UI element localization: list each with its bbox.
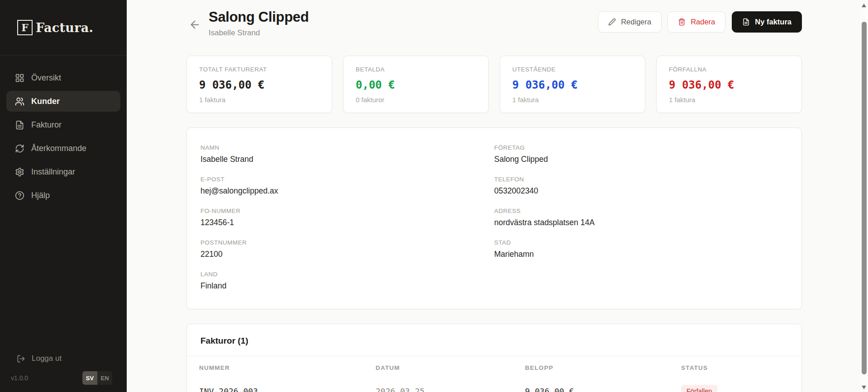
field-epost: E-POST hej@salongclipped.ax [200, 176, 494, 196]
stat-value: 9 036,00 € [669, 79, 789, 91]
logo-f-icon: F [17, 20, 33, 35]
field-label: NAMN [200, 144, 494, 151]
column-header-belopp: BELOPP [525, 364, 681, 371]
field-value: Finland [200, 281, 494, 291]
sidebar-item-oversikt[interactable]: Översikt [6, 67, 120, 88]
invoice-table-row[interactable]: INV-2026-003 2026-03-25 9 036,00 € Förfa… [187, 371, 801, 392]
delete-button-label: Radera [691, 18, 715, 26]
field-value: 123456-1 [200, 218, 494, 227]
stat-label: BETALDA [356, 66, 476, 73]
page-header: Salong Clipped Isabelle Strand Redigera … [186, 9, 802, 38]
sidebar-item-hjalp[interactable]: Hjälp [6, 185, 120, 206]
sidebar-item-label: Kunder [31, 97, 60, 106]
invoices-card: Fakturor (1) NUMMER DATUM BELOPP STATUS … [186, 324, 802, 392]
field-value: nordvästra stadsplatsen 14A [494, 218, 788, 227]
field-label: STAD [494, 239, 788, 246]
sidebar-item-fakturor[interactable]: Fakturor [6, 114, 120, 135]
stat-value: 0,00 € [356, 79, 476, 91]
field-telefon: TELEFON 0532002340 [494, 176, 788, 196]
field-value: Isabelle Strand [200, 155, 494, 164]
language-option-en[interactable]: EN [97, 371, 112, 385]
stat-card-overdue: FÖRFALLNA 9 036,00 € 1 faktura [656, 56, 802, 113]
invoice-amount-cell: 9 036,00 € [525, 387, 681, 392]
stat-count: 1 faktura [669, 96, 789, 104]
field-label: FÖRETAG [494, 144, 788, 151]
logout-icon [17, 354, 25, 363]
scrollbar-thumb[interactable] [862, 22, 867, 374]
field-stad: STAD Mariehamn [494, 239, 788, 259]
stat-card-paid: BETALDA 0,00 € 0 fakturor [343, 56, 489, 113]
field-value: 0532002340 [494, 186, 788, 196]
stat-card-total: TOTALT FAKTURERAT 9 036,00 € 1 faktura [186, 56, 332, 113]
scrollbar-down-arrow-icon[interactable] [862, 386, 866, 389]
field-postnummer: POSTNUMMER 22100 [200, 239, 494, 259]
language-option-sv[interactable]: SV [82, 371, 97, 385]
stat-label: TOTALT FAKTURERAT [199, 66, 320, 73]
stats-row: TOTALT FAKTURERAT 9 036,00 € 1 faktura B… [186, 56, 802, 113]
file-text-icon [15, 120, 24, 130]
customer-details-card: NAMN Isabelle Strand E-POST hej@salongcl… [186, 128, 802, 309]
dashboard-grid-icon [15, 73, 24, 83]
logout-label: Logga ut [32, 354, 62, 363]
invoice-date-cell: 2026-03-25 [376, 387, 525, 392]
sidebar-nav: Översikt Kunder Fakturor Återkommande In… [6, 67, 120, 208]
field-label: E-POST [200, 176, 494, 183]
field-land: LAND Finland [200, 271, 494, 291]
logout-button[interactable]: Logga ut [11, 349, 112, 368]
file-text-icon [742, 18, 750, 26]
field-value: hej@salongclipped.ax [200, 186, 494, 196]
trash-icon [678, 18, 686, 26]
sidebar-item-installningar[interactable]: Inställningar [6, 161, 120, 182]
language-toggle: SV EN [82, 371, 112, 385]
stat-card-outstanding: UTESTÅENDE 9 036,00 € 1 faktura [500, 56, 645, 113]
field-fonummer: FO-NUMMER 123456-1 [200, 208, 494, 227]
new-invoice-button[interactable]: Ny faktura [732, 11, 802, 33]
app-logo: F Factura. [0, 0, 127, 56]
stat-count: 1 faktura [512, 96, 633, 104]
vertical-scrollbar[interactable] [860, 0, 868, 392]
field-label: POSTNUMMER [200, 239, 494, 246]
field-label: LAND [200, 271, 494, 278]
details-left-column: NAMN Isabelle Strand E-POST hej@salongcl… [200, 144, 494, 302]
field-value: Mariehamn [494, 250, 788, 259]
stat-count: 1 faktura [199, 96, 320, 104]
column-header-datum: DATUM [376, 364, 525, 371]
page-title: Salong Clipped [209, 9, 309, 25]
field-adress: ADRESS nordvästra stadsplatsen 14A [494, 208, 788, 227]
sidebar-item-label: Hjälp [31, 191, 50, 200]
invoice-number-cell: INV-2026-003 [199, 387, 376, 392]
edit-button[interactable]: Redigera [598, 11, 662, 33]
stat-value: 9 036,00 € [512, 79, 633, 91]
invoices-table-header: NUMMER DATUM BELOPP STATUS [187, 356, 801, 371]
sidebar-item-aterkommande[interactable]: Återkommande [6, 138, 120, 159]
back-button[interactable] [189, 13, 201, 38]
new-invoice-button-label: Ny faktura [755, 18, 792, 26]
column-header-status: STATUS [681, 364, 789, 371]
field-label: FO-NUMMER [200, 208, 494, 214]
brand-name: Factura. [36, 21, 93, 35]
app-version: v1.0.0 [11, 374, 28, 382]
stat-label: FÖRFALLNA [669, 66, 789, 73]
sidebar-item-kunder[interactable]: Kunder [6, 91, 120, 112]
sidebar-item-label: Inställningar [31, 167, 75, 177]
field-label: ADRESS [494, 208, 788, 214]
sidebar-item-label: Fakturor [31, 120, 62, 130]
sidebar-item-label: Återkommande [31, 144, 86, 153]
page-subtitle: Isabelle Strand [209, 28, 309, 38]
sidebar-item-label: Översikt [31, 73, 61, 83]
edit-button-label: Redigera [621, 18, 651, 26]
field-namn: NAMN Isabelle Strand [200, 144, 494, 164]
invoices-title: Fakturor (1) [187, 324, 801, 356]
users-icon [15, 97, 24, 106]
field-foretag: FÖRETAG Salong Clipped [494, 144, 788, 164]
help-circle-icon [15, 191, 24, 200]
arrow-left-icon [189, 19, 201, 31]
sidebar-footer: Logga ut v1.0.0 SV EN [0, 349, 127, 392]
scrollbar-up-arrow-icon[interactable] [862, 4, 866, 7]
delete-button[interactable]: Radera [668, 11, 725, 33]
details-right-column: FÖRETAG Salong Clipped TELEFON 053200234… [494, 144, 788, 302]
field-label: TELEFON [494, 176, 788, 183]
column-header-nummer: NUMMER [199, 364, 376, 371]
field-value: Salong Clipped [494, 155, 788, 164]
stat-count: 0 fakturor [356, 96, 476, 104]
